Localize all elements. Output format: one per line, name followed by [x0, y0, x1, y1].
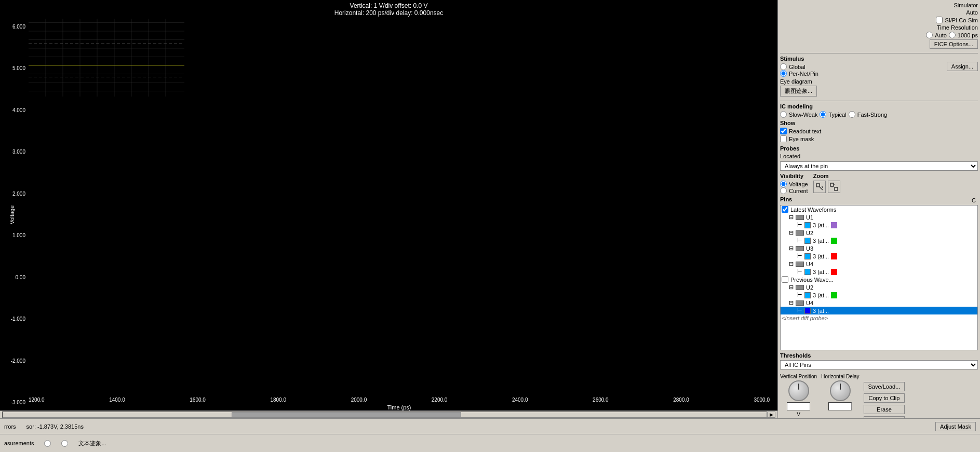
tree-u3[interactable]: ⊟ U3 [781, 244, 977, 252]
u1-label: U1 [806, 214, 813, 221]
u2-prev-pin-color [804, 292, 811, 298]
u2-latest-label: U2 [806, 230, 813, 236]
global-radio[interactable] [780, 63, 787, 70]
separator-1 [780, 53, 978, 53]
auto-label: Auto [935, 32, 947, 38]
save-load-btn[interactable]: Save/Load... [864, 382, 905, 391]
tree-u4-prev[interactable]: ⊟ U4 [781, 299, 977, 307]
eye-mask-checkbox[interactable] [780, 135, 787, 142]
typical-label: Typical [828, 112, 846, 118]
meas-option-label: 文本迹象... [78, 440, 106, 447]
auto-radio[interactable] [926, 32, 933, 38]
tree-u4-latest[interactable]: ⊟ U4 [781, 260, 977, 268]
u4-latest-label: U4 [806, 261, 813, 267]
voltage-radio[interactable] [780, 181, 787, 187]
current-radio[interactable] [780, 187, 787, 194]
tree-u2-latest-pin[interactable]: ⊢ 3 (at... [781, 237, 977, 244]
content-area: Vertical: 1 V/div offset: 0.0 V Horizont… [0, 0, 980, 418]
pins-label: Pins [780, 196, 792, 202]
u2-prev-label: U2 [806, 284, 813, 291]
separator-2 [780, 101, 978, 101]
latest-waveforms-checkbox[interactable] [782, 206, 788, 213]
show-label: Show [780, 120, 978, 126]
stimulus-label: Stimulus [780, 56, 818, 62]
y-label-3: 3.000 [1, 149, 28, 155]
thresholds-label: Thresholds [780, 352, 811, 359]
tree-u2-prev-pin[interactable]: ⊢ 3 (at... [781, 291, 977, 299]
zoom-fit-btn[interactable] [813, 181, 826, 193]
u4-prev-label: U4 [806, 300, 813, 306]
tree-insert-diff-probe[interactable]: <Insert diff probe> [781, 314, 977, 322]
tree-u4-prev-pin[interactable]: ⊢ 3 (at... [781, 307, 977, 314]
eye-diagram-label: Eye diagram [780, 78, 812, 85]
svg-rect-24 [830, 183, 834, 186]
u3-pin-swatch [831, 253, 837, 259]
readout-text-checkbox[interactable] [780, 128, 787, 134]
visibility-label: Visibility [780, 173, 808, 179]
horizontal-delay-value[interactable]: 0.000 [828, 402, 852, 410]
x-label-2000: 2000.0 [351, 397, 367, 403]
x-label-2600: 2600.0 [593, 397, 609, 403]
column-c: C [972, 197, 976, 203]
u4-latest-pin-color [804, 269, 811, 275]
u2-prev-pin-label: 3 (at... [813, 292, 829, 298]
readout-text-label: Readout text [789, 128, 821, 134]
horizontal-delay-container: Horizontal Delay 0.000 [821, 374, 859, 410]
zoom-reset-btn[interactable] [828, 181, 840, 193]
previous-wave-checkbox[interactable] [782, 276, 788, 283]
tree-u2-latest[interactable]: ⊟ U2 [781, 229, 977, 237]
zoom-controls [813, 181, 840, 193]
u3-pin-color [804, 253, 811, 259]
u1-pin-label: 3 (at... [813, 222, 829, 228]
tree-latest-waveforms[interactable]: Latest Waveforms [781, 206, 977, 213]
tree-u4-latest-pin[interactable]: ⊢ 3 (at... [781, 268, 977, 276]
meas-radio-1[interactable] [44, 440, 51, 447]
y-label-0: 0.00 [1, 275, 28, 280]
meas-radio-2[interactable] [61, 440, 68, 447]
tree-previous-wave[interactable]: Previous Wave... [781, 276, 977, 283]
tree-u3-pin[interactable]: ⊢ 3 (at... [781, 252, 977, 260]
tree-u1-pin[interactable]: ⊢ 3 (at... [781, 221, 977, 229]
u4-latest-pin-label: 3 (at... [813, 269, 829, 275]
time-ps-radio[interactable] [949, 32, 956, 38]
u1-pin-color [804, 222, 811, 228]
waveform-tree[interactable]: Latest Waveforms ⊟ U1 ⊢ 3 (at... ⊟ [780, 205, 978, 350]
y-label-5: 5.000 [1, 65, 28, 71]
time-ps-label: 1000 ps [958, 32, 978, 38]
adjust-mask-btn[interactable]: Adjust Mask [935, 422, 976, 431]
vertical-info: Vertical: 1 V/div offset: 0.0 V [2, 2, 775, 9]
y-label-n3: -3.000 [1, 400, 28, 405]
y-label-n2: -2.000 [1, 358, 28, 364]
horizontal-info: Horizontal: 200 ps/div delay: 0.000nsec [2, 9, 775, 17]
h-scrollbar[interactable] [2, 412, 767, 418]
vertical-position-value[interactable]: 0.0 [787, 402, 810, 410]
tree-u1[interactable]: ⊟ U1 [781, 213, 977, 221]
x-label-2200: 2200.0 [432, 397, 448, 403]
y-label-4: 4.000 [1, 107, 28, 113]
scroll-right-btn[interactable]: ▶ [767, 412, 775, 418]
y-label-n1: -1.000 [1, 316, 28, 322]
per-net-radio[interactable] [780, 70, 787, 77]
assign-btn[interactable]: Assign... [947, 62, 978, 71]
fast-strong-radio[interactable] [849, 111, 855, 118]
svg-line-21 [820, 187, 823, 190]
u4-prev-pin-label: 3 (at... [813, 308, 829, 314]
typical-radio[interactable] [820, 111, 826, 118]
u2-latest-pin-color [804, 238, 811, 244]
u2-latest-pin-swatch [831, 238, 837, 244]
copy-to-clip-btn[interactable]: Copy to Clip [864, 393, 905, 403]
horizontal-delay-knob[interactable] [830, 380, 851, 401]
fice-options-btn[interactable]: FICE Options... [930, 39, 978, 49]
sipi-cosim-checkbox[interactable] [936, 17, 943, 23]
horizontal-delay-label: Horizontal Delay [821, 374, 859, 379]
eye-diagram-btn[interactable]: 眼图迹象... [780, 86, 817, 97]
tree-u2-prev[interactable]: ⊟ U2 [781, 283, 977, 291]
h-scrollbar-thumb[interactable] [232, 412, 461, 417]
located-dropdown[interactable]: Always at the pin [780, 161, 978, 171]
erase-btn[interactable]: Erase [864, 405, 905, 414]
u4-latest-pin-swatch [831, 269, 837, 275]
vertical-position-knob[interactable] [788, 380, 809, 401]
vertical-position-container: Vertical Position 0.0 V [780, 374, 817, 417]
slow-weak-radio[interactable] [780, 111, 787, 118]
thresholds-dropdown[interactable]: All IC Pins [780, 360, 978, 369]
